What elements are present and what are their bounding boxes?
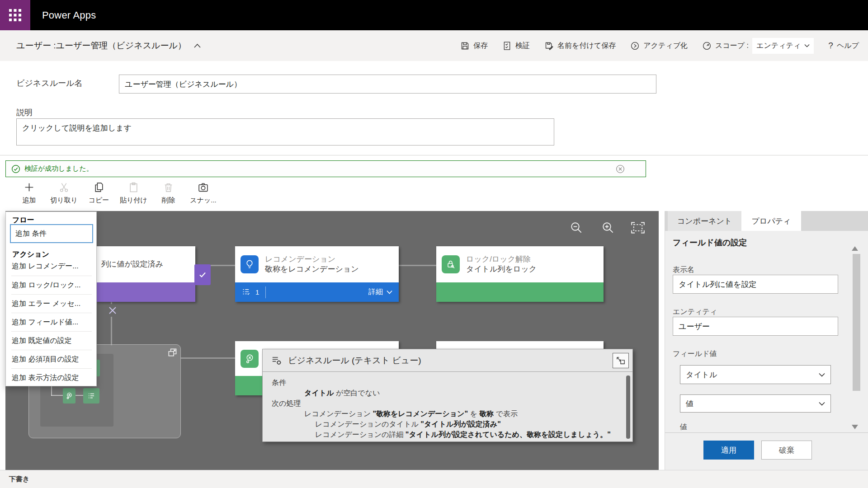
- save-as-icon: [544, 41, 554, 51]
- chevron-down-icon: [804, 44, 810, 47]
- paste-button[interactable]: 貼り付け: [116, 182, 151, 205]
- condition-label: 条件: [272, 377, 619, 388]
- restore-group-button[interactable]: [167, 347, 179, 358]
- menu-item-add-default-value[interactable]: 追加 既定値の設定: [11, 331, 92, 350]
- condition-false-connector[interactable]: [106, 304, 119, 317]
- success-check-icon: [11, 164, 20, 174]
- top-app-bar: Power Apps: [0, 0, 868, 30]
- condition-true-connector[interactable]: [194, 264, 211, 285]
- text-view-title: ビジネスルール (テキスト ビュー): [288, 355, 421, 366]
- menu-item-add-recommendation[interactable]: 追加 レコメンデー...: [6, 257, 97, 276]
- panel-footer-divider: [665, 432, 868, 433]
- properties-panel: コンポーネント プロパティ フィールド値の設定 表示名 エンティティ フィールド…: [665, 211, 868, 470]
- scope-label: スコープ :: [715, 41, 749, 51]
- scissors-icon: [58, 182, 70, 193]
- details-toggle[interactable]: 詳細: [368, 287, 392, 297]
- dialog-scrollbar[interactable]: [626, 375, 630, 439]
- command-group: 保存 検証 名前を付けて保存 アクティブ化 スコープ : エンティティ: [460, 38, 859, 54]
- menu-item-add-error-message[interactable]: 追加 エラー メッセ...: [11, 294, 92, 313]
- panel-scroll-down[interactable]: [852, 425, 858, 429]
- menu-item-add-field-value[interactable]: 追加 フィールド値...: [11, 313, 92, 331]
- zoom-in-button[interactable]: [601, 221, 615, 235]
- entity-input[interactable]: [673, 317, 838, 336]
- apply-button[interactable]: 適用: [703, 441, 754, 460]
- add-menu: フロー 追加 条件 アクション 追加 レコメンデー... 追加 ロック/ロック.…: [5, 211, 97, 386]
- save-icon: [460, 41, 470, 51]
- recommendation-node[interactable]: レコメンデーション 敬称をレコメンデーション 1 詳細: [235, 246, 399, 302]
- copy-button[interactable]: コピー: [81, 182, 116, 205]
- discard-button[interactable]: 破棄: [761, 441, 812, 460]
- zoom-out-icon: [570, 221, 583, 235]
- text-view-dialog[interactable]: ビジネスルール (テキスト ビュー) 条件 タイトル が空白でない 次の処理 レ…: [262, 349, 633, 442]
- fit-to-screen-button[interactable]: [631, 222, 645, 234]
- popout-icon: [616, 357, 625, 365]
- designer-canvas[interactable]: 列に値が設定済み レコメンデーション 敬称をレコメンデーション: [5, 211, 659, 470]
- validate-icon: [502, 41, 512, 51]
- condition-line: タイトル が空白でない: [304, 388, 619, 398]
- snapshot-button[interactable]: スナッ...: [186, 182, 221, 205]
- menu-item-add-condition[interactable]: 追加 条件: [10, 224, 93, 243]
- scope-control[interactable]: スコープ : エンティティ: [702, 38, 814, 54]
- connector-line: [399, 265, 436, 266]
- zoom-in-icon: [601, 221, 615, 235]
- tab-components[interactable]: コンポーネント: [668, 211, 741, 231]
- text-view-header[interactable]: ビジネスルール (テキスト ビュー): [263, 349, 632, 372]
- condition-node[interactable]: 列に値が設定済み: [96, 246, 195, 302]
- delete-button[interactable]: 削除: [151, 182, 186, 205]
- panel-tabs: コンポーネント プロパティ: [665, 211, 868, 231]
- paste-icon: [128, 182, 139, 193]
- check-icon: [198, 271, 207, 278]
- save-as-button[interactable]: 名前を付けて保存: [544, 41, 616, 51]
- recommendation-title: レコメンデーション: [265, 254, 359, 264]
- rule-name-label: ビジネスルール名: [16, 78, 83, 89]
- status-bar: 下書き: [0, 470, 868, 488]
- then-label: 次の処理: [272, 398, 619, 408]
- mini-node-visibility: [63, 388, 75, 404]
- x-icon: [108, 306, 117, 315]
- field-select[interactable]: タイトル: [680, 365, 831, 384]
- display-name-input[interactable]: [673, 275, 838, 294]
- entity-label: エンティティ: [673, 307, 717, 317]
- camera-icon: [198, 182, 209, 193]
- chevron-down-icon: [387, 290, 392, 294]
- menu-item-add-lock[interactable]: 追加 ロック/ロック...: [11, 276, 92, 294]
- lock-node[interactable]: ロック/ロック解除 タイトル列をロック: [436, 246, 604, 302]
- popout-button[interactable]: [613, 353, 629, 368]
- condition-node-label: 列に値が設定済み: [101, 259, 163, 269]
- banner-close-icon[interactable]: [616, 164, 625, 174]
- lock-node-bar: [436, 282, 604, 302]
- cut-button[interactable]: 切り取り: [47, 182, 81, 205]
- value-type-select[interactable]: 値: [680, 394, 831, 413]
- mini-connector: [51, 395, 63, 396]
- description-input[interactable]: クリックして説明を追加します: [16, 118, 554, 145]
- copy-icon: [93, 182, 104, 193]
- activate-button[interactable]: アクティブ化: [630, 41, 688, 51]
- add-button[interactable]: 追加: [12, 182, 47, 205]
- chevron-up-icon[interactable]: [193, 43, 201, 48]
- tab-properties[interactable]: プロパティ: [741, 211, 801, 231]
- zoom-out-button[interactable]: [570, 221, 583, 235]
- save-button[interactable]: 保存: [460, 41, 488, 51]
- rule-name-input[interactable]: [119, 75, 656, 94]
- panel-scrollbar-thumb[interactable]: [853, 254, 860, 391]
- help-button[interactable]: ? ヘルプ: [828, 41, 859, 51]
- mini-connector: [75, 395, 83, 396]
- form-divider: [0, 155, 868, 155]
- plus-icon: [24, 182, 35, 193]
- rule-line-1: レコメンデーション "敬称をレコメンデーション" を 敬称 で表示: [304, 408, 619, 419]
- menu-item-add-visibility[interactable]: 追加 表示方法の設定: [11, 368, 92, 387]
- scope-icon: [702, 41, 712, 51]
- lock-icon: [442, 255, 460, 273]
- menu-item-add-required[interactable]: 追加 必須項目の設定: [11, 350, 92, 368]
- scope-dropdown[interactable]: エンティティ: [752, 38, 814, 54]
- validate-button[interactable]: 検証: [502, 41, 530, 51]
- lock-node-subtitle: タイトル列をロック: [466, 264, 537, 274]
- rule-title-text: ユーザー :ユーザー管理（ビジネスルール）: [16, 40, 186, 52]
- trash-icon: [163, 182, 174, 193]
- app-launcher-button[interactable]: [0, 0, 30, 30]
- connector-line: [181, 357, 235, 359]
- panel-scroll-up[interactable]: [852, 246, 858, 251]
- fit-screen-icon: [631, 222, 645, 234]
- condition-node-bar: [96, 282, 195, 302]
- bar-divider: [265, 286, 266, 298]
